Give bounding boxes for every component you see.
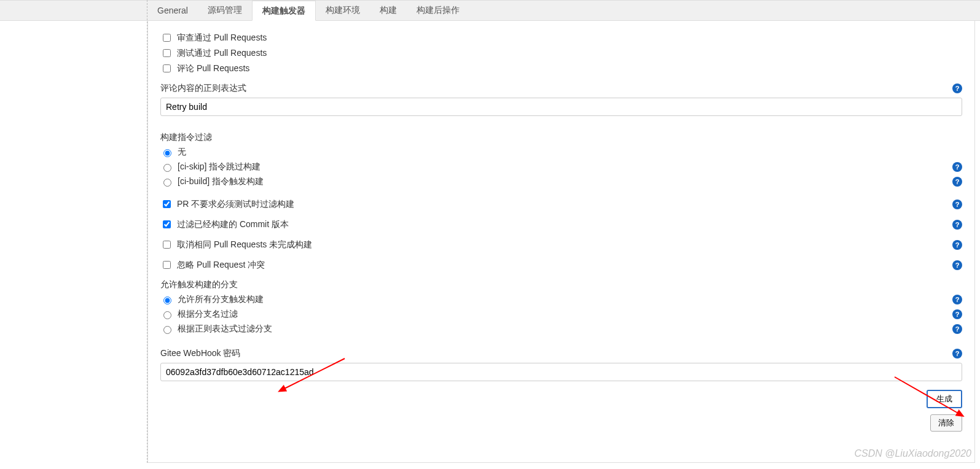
help-icon[interactable]: ? bbox=[952, 349, 962, 359]
help-icon[interactable]: ? bbox=[952, 240, 962, 250]
help-icon[interactable]: ? bbox=[952, 260, 962, 270]
radio-branch-byname[interactable] bbox=[163, 311, 171, 319]
help-icon[interactable]: ? bbox=[952, 220, 962, 230]
label-test-pr: 测试通过 Pull Requests bbox=[177, 48, 267, 59]
label-cmdfilter-none: 无 bbox=[178, 147, 186, 158]
tab-general[interactable]: General bbox=[147, 1, 198, 20]
radio-cmdfilter-cibuild[interactable] bbox=[163, 179, 171, 187]
checkbox-comment-pr[interactable] bbox=[163, 64, 171, 72]
label-branch-filter: 允许触发构建的分支 bbox=[160, 279, 238, 290]
tab-build[interactable]: 构建 bbox=[370, 1, 407, 20]
help-icon[interactable]: ? bbox=[952, 83, 962, 93]
label-filter-built-commit: 过滤已经构建的 Commit 版本 bbox=[177, 219, 289, 230]
generate-button[interactable]: 生成 bbox=[927, 390, 962, 408]
help-icon[interactable]: ? bbox=[952, 177, 962, 187]
checkbox-approve-pr[interactable] bbox=[163, 34, 171, 42]
help-icon[interactable]: ? bbox=[952, 324, 962, 334]
tab-build-triggers[interactable]: 构建触发器 bbox=[252, 1, 316, 21]
checkbox-ignore-pr-conflict[interactable] bbox=[163, 261, 171, 269]
checkbox-filter-built-commit[interactable] bbox=[163, 220, 171, 228]
tab-build-env[interactable]: 构建环境 bbox=[316, 1, 370, 20]
tab-scm[interactable]: 源码管理 bbox=[198, 1, 252, 20]
label-comment-regex: 评论内容的正则表达式 bbox=[160, 83, 246, 94]
checkbox-test-pr[interactable] bbox=[163, 49, 171, 57]
label-ignore-pr-conflict: 忽略 Pull Request 冲突 bbox=[177, 260, 265, 271]
label-cmdfilter-cibuild: [ci-build] 指令触发构建 bbox=[178, 176, 264, 187]
help-icon[interactable]: ? bbox=[952, 162, 962, 172]
checkbox-pr-notest-filter[interactable] bbox=[163, 200, 171, 208]
help-icon[interactable]: ? bbox=[952, 200, 962, 209]
input-comment-regex[interactable] bbox=[160, 98, 962, 116]
label-cancel-unfinished-pr: 取消相同 Pull Requests 未完成构建 bbox=[177, 239, 312, 250]
clear-button[interactable]: 清除 bbox=[930, 414, 962, 432]
tab-post-build[interactable]: 构建后操作 bbox=[407, 1, 469, 20]
help-icon[interactable]: ? bbox=[952, 309, 962, 319]
radio-branch-byregex[interactable] bbox=[163, 326, 171, 334]
triggers-panel: 审查通过 Pull Requests 测试通过 Pull Requests 评论… bbox=[147, 21, 975, 463]
radio-cmdfilter-none[interactable] bbox=[163, 149, 171, 157]
radio-cmdfilter-ciskip[interactable] bbox=[163, 164, 171, 172]
label-build-cmd-filter: 构建指令过滤 bbox=[160, 132, 212, 143]
help-icon[interactable]: ? bbox=[952, 295, 962, 304]
radio-branch-all[interactable] bbox=[163, 297, 171, 304]
label-branch-all: 允许所有分支触发构建 bbox=[178, 294, 264, 305]
label-comment-pr: 评论 Pull Requests bbox=[177, 63, 249, 74]
label-webhook-password: Gitee WebHook 密码 bbox=[160, 348, 240, 359]
label-branch-byname: 根据分支名过滤 bbox=[178, 309, 238, 320]
label-branch-byregex: 根据正则表达式过滤分支 bbox=[178, 324, 272, 335]
checkbox-cancel-unfinished-pr[interactable] bbox=[163, 241, 171, 249]
label-pr-notest-filter: PR 不要求必须测试时过滤构建 bbox=[177, 199, 294, 210]
label-approve-pr: 审查通过 Pull Requests bbox=[177, 33, 267, 44]
label-cmdfilter-ciskip: [ci-skip] 指令跳过构建 bbox=[178, 161, 261, 172]
input-webhook-password[interactable] bbox=[160, 363, 962, 381]
